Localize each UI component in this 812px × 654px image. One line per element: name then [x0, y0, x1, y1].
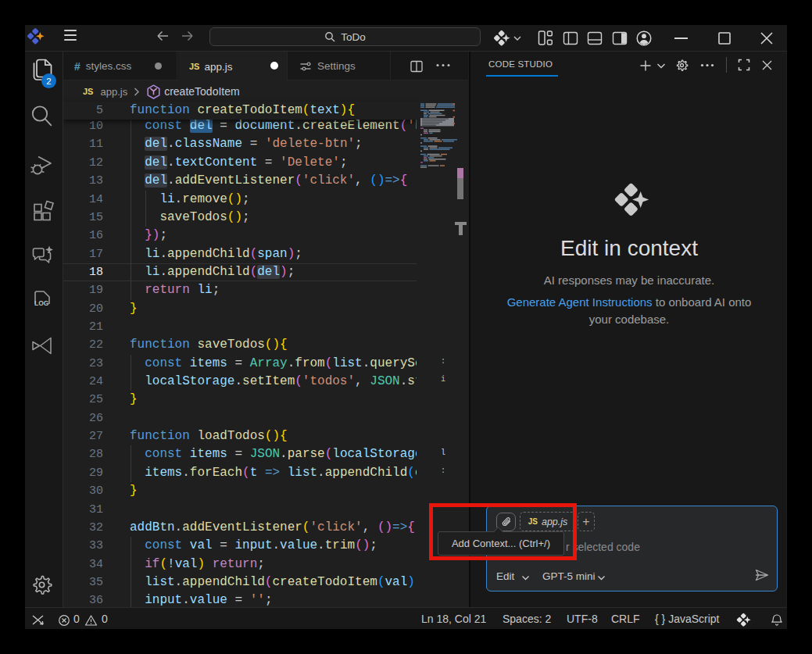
svg-text:LOG: LOG [34, 299, 49, 307]
